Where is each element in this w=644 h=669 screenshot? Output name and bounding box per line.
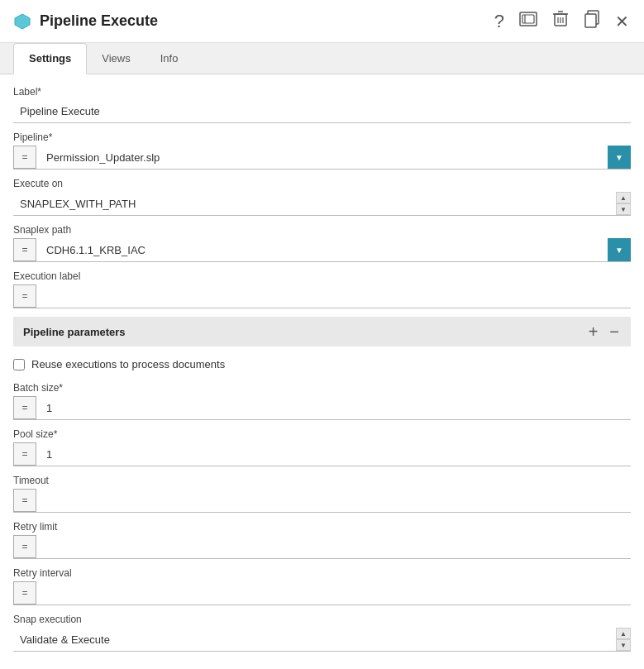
pool-size-input-row: = [13, 442, 631, 466]
pool-size-field-group: Pool size* = [13, 428, 631, 466]
svg-rect-2 [522, 15, 534, 23]
page-title: Pipeline Execute [40, 12, 493, 30]
svg-rect-11 [585, 14, 596, 27]
snaplex-path-value: CDH6.1.1_KRB_IAC [40, 239, 608, 261]
snaplex-path-field-group: Snaplex path = CDH6.1.1_KRB_IAC ▼ [13, 224, 631, 262]
help-button[interactable]: ? [493, 9, 506, 34]
timeout-eq-button[interactable]: = [13, 489, 36, 512]
label-field-group: Label* [13, 86, 631, 123]
tab-settings[interactable]: Settings [13, 43, 87, 74]
retry-limit-label: Retry limit [13, 521, 631, 533]
remove-parameter-button[interactable]: − [608, 323, 621, 340]
snaplex-eq-button[interactable]: = [13, 238, 36, 261]
section-header-actions: + − [587, 323, 621, 340]
snap-execution-label: Snap execution [13, 614, 631, 625]
retry-interval-input-row: = [13, 581, 631, 605]
tab-info[interactable]: Info [145, 43, 193, 74]
pool-size-input[interactable] [40, 443, 631, 466]
retry-interval-field-group: Retry interval = [13, 567, 631, 605]
execute-on-select: SNAPLEX_WITH_PATH ▲ ▼ [13, 192, 631, 216]
snap-execution-spinner: ▲ ▼ [616, 628, 631, 651]
timeout-field-group: Timeout = [13, 475, 631, 513]
pipeline-parameters-section: Pipeline parameters + − [13, 317, 631, 346]
copy-icon [584, 10, 600, 32]
timeout-input-row: = [13, 489, 631, 513]
retry-limit-input[interactable] [40, 536, 631, 558]
execute-on-spinner: ▲ ▼ [616, 192, 631, 215]
reuse-executions-checkbox[interactable] [13, 359, 25, 370]
batch-size-field-group: Batch size* = [13, 382, 631, 420]
snaplex-path-select: = CDH6.1.1_KRB_IAC ▼ [13, 238, 631, 262]
trash-icon [552, 10, 569, 32]
close-button[interactable]: ✕ [613, 10, 631, 33]
retry-interval-input[interactable] [40, 582, 631, 604]
snap-execution-up-arrow[interactable]: ▲ [616, 628, 631, 639]
execution-label-eq-button[interactable]: = [13, 284, 36, 308]
batch-size-label: Batch size* [13, 382, 631, 394]
execution-label-input[interactable] [40, 285, 631, 308]
image-button[interactable] [518, 9, 539, 33]
pool-size-eq-button[interactable]: = [13, 442, 36, 466]
batch-size-input[interactable] [40, 397, 631, 419]
retry-interval-eq-button[interactable]: = [13, 581, 36, 604]
snaplex-path-label: Snaplex path [13, 224, 631, 236]
retry-limit-input-row: = [13, 535, 631, 559]
pool-size-label: Pool size* [13, 428, 631, 440]
label-field-label: Label* [13, 86, 631, 98]
execution-label-label: Execution label [13, 270, 631, 282]
image-icon [519, 11, 537, 31]
snap-execution-down-arrow[interactable]: ▼ [616, 639, 631, 651]
close-icon: ✕ [615, 12, 629, 31]
retry-interval-label: Retry interval [13, 567, 631, 579]
settings-content: Label* Pipeline* = Permission_Updater.sl… [0, 74, 644, 669]
snaplex-dropdown-arrow[interactable]: ▼ [608, 238, 631, 261]
pipeline-dropdown-arrow[interactable]: ▼ [608, 146, 631, 169]
execute-on-field-group: Execute on SNAPLEX_WITH_PATH ▲ ▼ [13, 178, 631, 216]
pipeline-eq-button[interactable]: = [13, 146, 36, 169]
snap-execution-field-group: Snap execution Validate & Execute ▲ ▼ [13, 614, 631, 652]
pipeline-execute-icon [13, 12, 31, 31]
timeout-input[interactable] [40, 490, 631, 512]
execute-on-down-arrow[interactable]: ▼ [616, 203, 631, 215]
snap-execution-select: Validate & Execute ▲ ▼ [13, 628, 631, 652]
label-input[interactable] [13, 100, 631, 123]
pipeline-parameters-label: Pipeline parameters [23, 326, 126, 338]
reuse-executions-label[interactable]: Reuse executions to process documents [31, 358, 225, 370]
svg-marker-0 [15, 14, 30, 29]
execution-label-input-row: = [13, 284, 631, 308]
pipeline-field-label: Pipeline* [13, 131, 631, 143]
execute-on-up-arrow[interactable]: ▲ [616, 192, 631, 203]
reuse-executions-row: Reuse executions to process documents [13, 355, 631, 374]
execute-on-value: SNAPLEX_WITH_PATH [13, 193, 616, 215]
tab-views[interactable]: Views [87, 43, 145, 74]
pipeline-select: = Permission_Updater.slp ▼ [13, 146, 631, 170]
header: Pipeline Execute ? [0, 0, 644, 43]
retry-limit-eq-button[interactable]: = [13, 535, 36, 558]
pipeline-field-group: Pipeline* = Permission_Updater.slp ▼ [13, 131, 631, 170]
execute-on-label: Execute on [13, 178, 631, 189]
pipeline-value: Permission_Updater.slp [40, 146, 608, 169]
snap-execution-value: Validate & Execute [13, 628, 616, 651]
execution-label-field-group: Execution label = [13, 270, 631, 308]
header-actions: ? [493, 8, 631, 34]
timeout-label: Timeout [13, 475, 631, 486]
batch-size-input-row: = [13, 396, 631, 420]
help-icon: ? [494, 11, 504, 32]
tabs-bar: Settings Views Info [0, 43, 644, 74]
add-parameter-button[interactable]: + [587, 323, 600, 340]
retry-limit-field-group: Retry limit = [13, 521, 631, 559]
batch-size-eq-button[interactable]: = [13, 396, 36, 419]
copy-button[interactable] [582, 8, 602, 34]
delete-button[interactable] [551, 8, 570, 34]
